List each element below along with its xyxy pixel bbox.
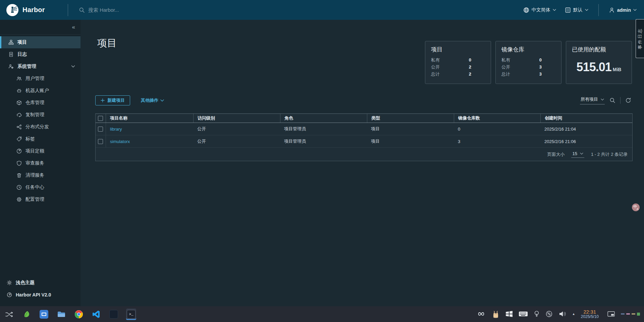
sidebar-item-label: 日志 <box>17 51 27 57</box>
sidebar-item-labels[interactable]: 标签 <box>0 133 80 145</box>
chrome-icon[interactable] <box>74 309 84 320</box>
theme-grid-icon <box>565 7 571 13</box>
select-all-checkbox[interactable] <box>98 116 103 121</box>
obs-infinity-icon[interactable] <box>477 311 486 317</box>
projects-toolbar: 新建项目 其他操作 所有项目 <box>95 95 632 106</box>
tiles-icon[interactable] <box>505 310 513 318</box>
column-header: 创建时间 <box>540 114 632 123</box>
role-cell: 项目管理员 <box>280 135 367 147</box>
terminal-icon[interactable]: >_ <box>126 309 136 320</box>
sidebar-item-job-service[interactable]: 任务中心 <box>0 181 80 193</box>
harbor-brand[interactable]: Harbor <box>0 0 68 20</box>
global-search <box>79 7 523 13</box>
chevron-down-icon[interactable] <box>71 65 75 68</box>
chevron-down-icon <box>585 9 588 11</box>
lightbulb-icon[interactable] <box>534 310 540 318</box>
project-link[interactable]: simulatorx <box>110 139 130 144</box>
trash-icon <box>16 173 22 178</box>
quota-value: 515.01 <box>577 60 611 74</box>
sidebar-item-distribution[interactable]: 分布式分发 <box>0 121 80 133</box>
language-label: 中文简体 <box>532 7 550 13</box>
sidebar-item-system-management[interactable]: 系统管理 <box>0 60 80 73</box>
sidebar: « 项目 日志 系统管理 用户管 <box>0 20 80 306</box>
page-size-select[interactable]: 15 <box>571 151 584 158</box>
blue-app-icon[interactable] <box>39 309 49 320</box>
sidebar-item-configuration[interactable]: 配置管理 <box>0 193 80 205</box>
input-method-badge[interactable]: 中 A <box>632 203 640 211</box>
datagrid-footer: 页面大小 15 1 - 2 共计 2 条记录 <box>96 148 632 161</box>
sidebar-item-label: 用户管理 <box>25 76 44 82</box>
file-manager-icon[interactable] <box>56 309 66 320</box>
light-theme-toggle[interactable]: 浅色主题 <box>0 277 80 289</box>
cloud-sync-icon <box>16 112 22 118</box>
sidebar-item-interrogation-services[interactable]: 审查服务 <box>0 157 80 169</box>
vscode-icon[interactable] <box>91 309 101 320</box>
sidebar-item-label: Harbor API V2.0 <box>16 292 51 297</box>
sidebar-item-registries[interactable]: 仓库管理 <box>0 97 80 109</box>
stat-value: 0 <box>539 56 542 63</box>
sidebar-item-label: 配置管理 <box>25 196 44 202</box>
event-log-side-tab[interactable]: 事件日志 <box>636 19 644 58</box>
type-cell: 项目 <box>367 135 454 147</box>
harbor-logo-icon <box>6 4 19 16</box>
project-filter-select[interactable]: 所有项目 <box>580 96 605 104</box>
api-icon <box>7 292 12 297</box>
volume-icon[interactable] <box>558 310 567 318</box>
clock-time: 22:31 <box>581 309 599 315</box>
clock-tasks-icon <box>16 185 22 190</box>
tag-icon <box>16 136 22 142</box>
sidebar-footer: 浅色主题 Harbor API V2.0 <box>0 277 80 301</box>
refresh-button[interactable] <box>625 97 632 104</box>
chevron-down-icon <box>633 9 637 11</box>
top-navbar: Harbor 中文简体 默认 admin <box>0 0 644 20</box>
shield-icon <box>16 160 22 166</box>
workspace-indicator[interactable] <box>621 313 640 316</box>
card-title: 已使用的配额 <box>572 46 626 53</box>
quota-unit: MiB <box>613 67 622 72</box>
tray-expand-icon[interactable]: ▲ <box>572 312 575 316</box>
taskbar: >_ ▲ 22:31 2025/5/10 <box>0 306 644 322</box>
sidebar-item-project-quotas[interactable]: 项目定额 <box>0 145 80 157</box>
project-link[interactable]: library <box>110 127 122 132</box>
pagination-summary: 1 - 2 共计 2 条记录 <box>591 151 628 157</box>
language-menu[interactable]: 中文简体 <box>523 7 556 13</box>
cat-app-icon[interactable] <box>492 310 500 318</box>
page-title: 项目 <box>97 37 117 50</box>
user-menu[interactable]: admin <box>609 7 637 13</box>
harbor-api-link[interactable]: Harbor API V2.0 <box>0 289 80 301</box>
dark-app-icon[interactable] <box>109 309 119 320</box>
sidebar-item-label: 系统管理 <box>17 63 36 70</box>
sidebar-item-robot-accounts[interactable]: 机器人账户 <box>0 85 80 97</box>
brand-title: Harbor <box>22 6 45 14</box>
card-title: 项目 <box>431 46 485 53</box>
sidebar-item-replication[interactable]: 复制管理 <box>0 109 80 121</box>
stat-label: 私有 <box>431 56 440 63</box>
sidebar-item-label: 仓库管理 <box>25 100 44 106</box>
more-actions-button[interactable]: 其他操作 <box>139 97 166 104</box>
search-input[interactable] <box>88 7 228 13</box>
collapse-sidebar-icon[interactable]: « <box>72 24 75 30</box>
summary-cards: 项目 私有0 公开2 总计2 镜像仓库 私有0 公开3 总计3 已使用的配额 5… <box>425 41 632 84</box>
sidebar-item-projects[interactable]: 项目 <box>0 36 80 48</box>
sidebar-item-logs[interactable]: 日志 <box>0 48 80 60</box>
sidebar-item-garbage-collection[interactable]: 清理服务 <box>0 169 80 181</box>
taskbar-clock[interactable]: 22:31 2025/5/10 <box>581 309 599 319</box>
row-checkbox[interactable] <box>98 139 103 144</box>
picture-in-picture-icon[interactable] <box>607 311 615 317</box>
theme-menu[interactable]: 默认 <box>565 7 588 13</box>
org-chart-icon <box>8 40 14 45</box>
new-project-button[interactable]: 新建项目 <box>95 95 130 105</box>
column-header: 镜像仓库数 <box>454 114 540 123</box>
projects-summary-card: 项目 私有0 公开2 总计2 <box>425 41 491 84</box>
keyboard-icon[interactable] <box>519 311 528 317</box>
terminal-glyph: >_ <box>127 310 136 319</box>
search-projects-button[interactable] <box>609 97 616 104</box>
search-icon <box>609 97 615 103</box>
network-off-icon[interactable] <box>545 310 553 318</box>
row-checkbox[interactable] <box>98 127 103 132</box>
green-app-icon[interactable] <box>21 309 32 320</box>
workspace-switcher-icon[interactable] <box>4 309 14 320</box>
taskbar-right: ▲ 22:31 2025/5/10 <box>477 309 640 319</box>
sidebar-item-user-management[interactable]: 用户管理 <box>0 73 80 85</box>
new-project-label: 新建项目 <box>107 97 125 103</box>
